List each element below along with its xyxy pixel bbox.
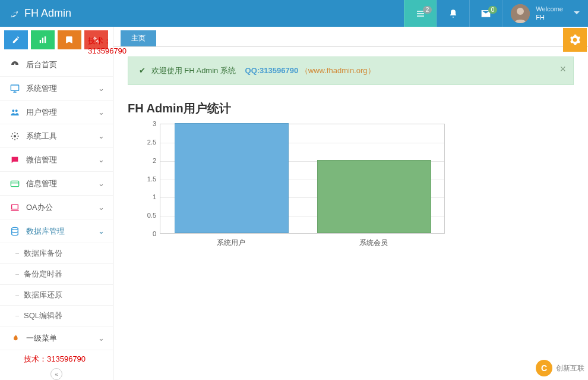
- chevron-down-icon: ⌄: [98, 227, 105, 235]
- chevron-right-icon: ⌄: [98, 203, 105, 212]
- avatar: [511, 4, 530, 23]
- sidebar-item-label: 数据库管理: [26, 226, 65, 237]
- submenu-item-3[interactable]: SQL编辑器: [0, 306, 113, 326]
- user-stats-chart: 00.511.522.53 系统用户系统会员: [138, 124, 447, 255]
- welcome-label: Welcome: [536, 5, 563, 13]
- ytick: 1: [138, 193, 156, 200]
- collapse-sidebar-button[interactable]: «: [50, 368, 62, 380]
- svg-point-5: [12, 109, 14, 112]
- sidebar-item-label: 后台首页: [26, 59, 57, 70]
- dashboard-icon: [8, 60, 21, 70]
- tech-contact-bottom: 技术：313596790: [0, 350, 113, 365]
- monitor-icon: [8, 84, 21, 93]
- alert-text: 欢迎使用 FH Admin 系统: [151, 66, 236, 75]
- leaf-icon: [9, 8, 20, 19]
- brand-logo-icon: C: [536, 360, 552, 376]
- xlabel: 系统会员: [317, 238, 431, 248]
- chat-icon: [8, 155, 21, 165]
- pencil-icon: [12, 36, 20, 44]
- sidebar-item-label: 信息管理: [26, 178, 57, 189]
- bars-icon: [39, 36, 47, 44]
- alert-qq: QQ:313596790: [245, 66, 299, 75]
- svg-point-1: [517, 8, 524, 15]
- ytick: 2: [138, 157, 156, 164]
- ytick: 0: [138, 230, 156, 237]
- mail-button[interactable]: 0: [469, 0, 502, 27]
- sidebar-item-label: 一级菜单: [26, 333, 57, 344]
- list-badge: 2: [423, 6, 432, 14]
- tabs-bar: 主页: [113, 27, 588, 47]
- sidebar-item-0[interactable]: 后台首页: [0, 53, 113, 77]
- svg-point-6: [15, 109, 18, 112]
- sidebar-item-4[interactable]: 微信管理⌄: [0, 148, 113, 172]
- sidebar-item-3[interactable]: 系统工具⌄: [0, 124, 113, 148]
- laptop-icon: [8, 203, 21, 212]
- svg-rect-9: [12, 205, 18, 209]
- book-button[interactable]: [58, 30, 81, 49]
- brand-footer: C 创新互联: [536, 360, 584, 376]
- tech-contact-top: 技术：313596790: [88, 36, 127, 55]
- content-area: 主页 ✔ 欢迎使用 FH Admin 系统 QQ:313596790 （www.…: [113, 27, 588, 380]
- alert-link[interactable]: （www.fhadmin.org）: [301, 66, 375, 75]
- card-icon: [8, 179, 21, 189]
- chevron-right-icon: ⌄: [98, 334, 105, 343]
- username: FH: [536, 14, 563, 21]
- sidebar-item-label: 用户管理: [26, 107, 57, 118]
- app-logo[interactable]: FH Admin: [0, 7, 80, 20]
- chevron-right-icon: ⌄: [98, 179, 105, 188]
- bell-button[interactable]: [437, 0, 469, 27]
- welcome-alert: ✔ 欢迎使用 FH Admin 系统 QQ:313596790 （www.fha…: [128, 56, 574, 85]
- sidebar-item-2[interactable]: 用户管理⌄: [0, 101, 113, 124]
- check-icon: ✔: [139, 66, 146, 75]
- sidebar-item-6[interactable]: OA办公⌄: [0, 196, 113, 219]
- sidebar-item-label: 系统管理: [26, 83, 57, 94]
- ytick: 1.5: [138, 175, 156, 183]
- svg-rect-8: [11, 181, 18, 186]
- sidebar: 技术：313596790 后台首页系统管理⌄用户管理⌄系统工具⌄微信管理⌄信息管…: [0, 27, 113, 380]
- sidebar-item-5[interactable]: 信息管理⌄: [0, 172, 113, 196]
- close-icon[interactable]: ×: [559, 63, 566, 76]
- gear-icon: [8, 131, 21, 141]
- app-title: FH Admin: [24, 7, 71, 20]
- submenu-item-0[interactable]: 数据库备份: [0, 243, 113, 264]
- gear-icon: [569, 34, 581, 46]
- ytick: 2.5: [138, 139, 156, 146]
- sidebar-item-label: 微信管理: [26, 155, 57, 165]
- chart-title: FH Admin用户统计: [128, 101, 574, 117]
- chevron-right-icon: ⌄: [98, 155, 105, 164]
- bar-0: [175, 123, 289, 233]
- bell-icon: [448, 9, 458, 18]
- svg-point-10: [12, 227, 18, 230]
- sidebar-item-label: 系统工具: [26, 131, 57, 142]
- ytick: 3: [138, 120, 156, 127]
- topbar: FH Admin 2 0 Welcome FH: [0, 0, 588, 27]
- sidebar-item-label: OA办公: [26, 202, 53, 213]
- user-menu[interactable]: Welcome FH: [502, 0, 588, 27]
- sidebar-item-8[interactable]: 一级菜单⌄: [0, 326, 113, 350]
- stats-button[interactable]: [31, 30, 55, 49]
- mail-badge: 0: [488, 6, 498, 14]
- bar-1: [317, 160, 431, 233]
- ytick: 0.5: [138, 212, 156, 219]
- chevron-right-icon: ⌄: [98, 108, 105, 117]
- sidebar-item-7[interactable]: 数据库管理⌄: [0, 219, 113, 243]
- flame-icon: [8, 334, 21, 343]
- list-button[interactable]: 2: [404, 0, 437, 27]
- submenu-item-1[interactable]: 备份定时器: [0, 264, 113, 285]
- database-icon: [8, 227, 21, 236]
- xlabel: 系统用户: [174, 238, 288, 248]
- users-icon: [8, 108, 21, 117]
- chevron-down-icon: [574, 9, 580, 18]
- edit-button[interactable]: [4, 30, 28, 49]
- chevron-right-icon: ⌄: [98, 84, 105, 93]
- svg-point-7: [14, 135, 16, 137]
- svg-rect-4: [11, 85, 18, 90]
- chevron-right-icon: ⌄: [98, 131, 105, 140]
- submenu-item-2[interactable]: 数据库还原: [0, 285, 113, 306]
- sidebar-item-1[interactable]: 系统管理⌄: [0, 77, 113, 101]
- book-icon: [65, 36, 74, 44]
- settings-button[interactable]: [563, 28, 587, 52]
